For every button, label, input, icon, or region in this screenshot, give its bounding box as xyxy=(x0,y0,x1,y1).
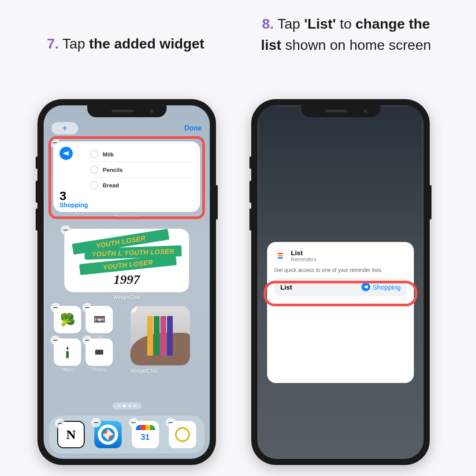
dock-app-chatgpt[interactable] xyxy=(169,421,196,448)
notion-icon: N xyxy=(66,427,76,442)
app-icon-broccoli[interactable]: 🥦 xyxy=(54,306,81,333)
reminder-list-name: Shopping xyxy=(60,201,86,208)
checkbox-icon[interactable] xyxy=(90,166,98,174)
app-label: Photos xyxy=(92,368,106,372)
remove-app-badge[interactable] xyxy=(51,303,60,312)
dock-app-calendar[interactable]: 31 xyxy=(132,421,159,448)
phone-right: List Reminders Get quick access to one o… xyxy=(251,99,430,465)
power-button xyxy=(216,185,218,219)
app-icon-line[interactable]: 📼 LINE xyxy=(86,306,113,333)
remove-widget-badge[interactable] xyxy=(50,138,60,148)
step-number-7: 7. xyxy=(47,36,59,52)
app-label: Maps xyxy=(62,368,73,372)
year-text: 1997 xyxy=(114,272,140,287)
config-subtitle: Reminders xyxy=(291,257,316,263)
reminder-item: Pencils xyxy=(90,162,194,178)
app-icon-maps[interactable]: Maps xyxy=(54,338,81,366)
svg-point-4 xyxy=(174,426,191,443)
remove-app-badge[interactable] xyxy=(91,418,101,428)
remove-app-badge[interactable] xyxy=(129,418,138,428)
calendar-day: 31 xyxy=(136,430,155,444)
widget-config-card: List Reminders Get quick access to one o… xyxy=(267,242,414,383)
checkbox-icon[interactable] xyxy=(90,181,98,189)
photo-widget-small[interactable] xyxy=(130,306,190,365)
step-7-instruction: 7. Tap the added widget xyxy=(42,33,209,54)
reminder-item-label: Milk xyxy=(103,151,114,158)
shopping-list-icon xyxy=(60,147,73,160)
shopping-list-icon xyxy=(361,283,370,291)
phone-left: + Done 3 Shopping xyxy=(37,99,216,465)
remove-widget-badge[interactable] xyxy=(61,225,71,235)
page-indicator[interactable] xyxy=(112,402,141,409)
widget-app-label: Reminders xyxy=(114,214,139,220)
config-row-value: Shopping xyxy=(373,283,401,291)
reminders-app-icon xyxy=(274,250,286,262)
reminders-widget[interactable]: 3 Shopping Milk Pencils Bread xyxy=(53,141,200,212)
volume-button xyxy=(249,181,252,203)
remove-app-badge[interactable] xyxy=(82,335,92,345)
volume-button xyxy=(36,208,38,231)
text-bold: the added widget xyxy=(89,36,204,52)
volume-button xyxy=(249,156,252,169)
config-row-label: List xyxy=(280,283,292,291)
svg-rect-0 xyxy=(95,350,103,355)
remove-app-badge[interactable] xyxy=(166,418,175,428)
volume-button xyxy=(36,181,38,203)
reminder-item-label: Pencils xyxy=(103,167,123,173)
phone-notch xyxy=(87,105,167,117)
dock: N xyxy=(49,416,205,454)
reminder-item: Bread xyxy=(90,178,194,193)
dock-app-safari[interactable] xyxy=(94,421,122,448)
step-8-instruction: 8. Tap 'List' to change the list shown o… xyxy=(251,13,441,56)
checkbox-icon[interactable] xyxy=(90,150,98,158)
add-widget-button[interactable]: + xyxy=(52,122,78,134)
config-description: Get quick access to one of your reminder… xyxy=(274,267,407,273)
reminder-item: Milk xyxy=(90,147,194,162)
volume-button xyxy=(249,208,252,231)
text: Tap xyxy=(63,36,89,52)
widget-app-label: WidgetClub xyxy=(130,368,190,374)
widget-app-label: WidgetClub xyxy=(113,294,140,301)
dock-app-notion[interactable]: N xyxy=(57,421,85,448)
app-icon-photos[interactable]: Photos xyxy=(86,338,113,366)
compass-icon xyxy=(100,427,115,442)
remove-app-badge[interactable] xyxy=(55,419,65,428)
config-title: List xyxy=(291,249,316,257)
volume-button xyxy=(36,156,38,169)
reminder-item-label: Bread xyxy=(103,182,119,189)
power-button xyxy=(429,185,431,219)
phone-notch xyxy=(301,105,380,117)
photo-widget[interactable]: YOUTH LOSER YOUTH L YOUTH LOSER YOUTH LO… xyxy=(64,229,189,292)
done-button[interactable]: Done xyxy=(184,124,202,132)
remove-app-badge[interactable] xyxy=(51,335,60,345)
step-number-8: 8. xyxy=(262,16,274,32)
remove-app-badge[interactable] xyxy=(82,303,92,312)
list-selector-row[interactable]: List Shopping xyxy=(274,278,407,296)
knot-icon xyxy=(174,426,191,443)
